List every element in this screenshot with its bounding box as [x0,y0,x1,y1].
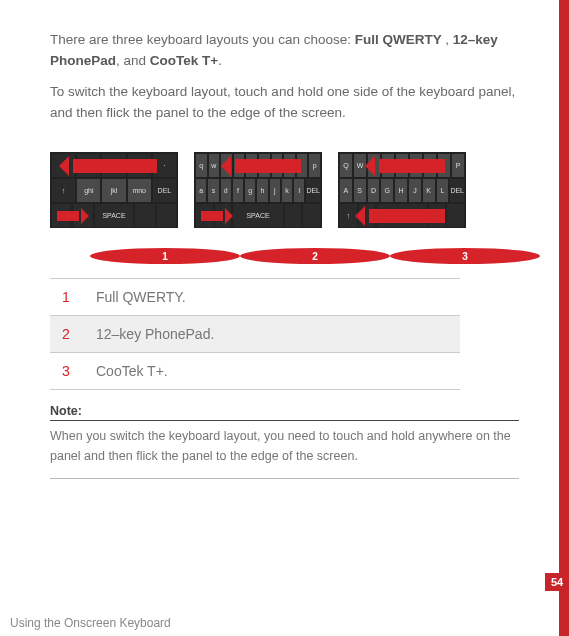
keyboard-cootek: QWP ASDGHJKLDEL ↑ SPACE [338,152,466,228]
bold-cootek: CooTek T+ [150,53,218,68]
key [302,203,321,228]
key: w [208,153,221,178]
text: , [445,32,453,47]
table-row: 1 Full QWERTY. [50,279,460,316]
key: L [436,178,450,203]
bold-full-qwerty: Full QWERTY [355,32,446,47]
swipe-arrow-right-icon [201,211,223,221]
key-del: DEL [305,178,321,203]
key: P [451,153,465,178]
page-number: 54 [545,573,569,591]
key: d [220,178,232,203]
text: There are three keyboard layouts you can… [50,32,355,47]
text: . [218,53,222,68]
key: h [256,178,268,203]
table-row: 3 CooTek T+. [50,353,460,390]
legend-num: 1 [50,279,90,315]
legend-text: Full QWERTY. [90,279,460,315]
key [134,203,155,228]
key [284,203,303,228]
key-del: DEL [152,178,177,203]
key: H [394,178,408,203]
key [156,203,177,228]
key-mno: mno [127,178,152,203]
keyboard-qwerty: qwp asdfghjklDEL ↑ SPACE [194,152,322,228]
key: s [207,178,219,203]
key: a [195,178,207,203]
key-space: SPACE [94,203,135,228]
intro-line-2: To switch the keyboard layout, touch and… [50,82,519,124]
callout-3: 3 [390,248,540,264]
intro-line-1: There are three keyboard layouts you can… [50,30,519,72]
swipe-arrow-left-icon [369,209,445,223]
keyboard-thumbnails: ·· ↑ ghi jkl mno DEL SPACE qwp asdfgh [50,152,519,228]
key: Q [339,153,353,178]
legend-num: 3 [50,353,90,389]
key: q [195,153,208,178]
key: K [422,178,436,203]
key: ↑ [51,178,76,203]
table-row: 2 12–key PhonePad. [50,316,460,353]
swipe-arrow-left-icon [235,159,301,173]
key: p [308,153,321,178]
key: J [408,178,422,203]
key [446,203,465,228]
key: G [380,178,394,203]
side-accent-bar [559,0,569,636]
callout-2: 2 [240,248,390,264]
key-ghi: ghi [76,178,101,203]
legend-text: CooTek T+. [90,353,460,389]
callout-row: 1 2 3 [50,246,519,265]
callout-1: 1 [90,248,240,264]
key-jkl: jkl [101,178,126,203]
key: j [269,178,281,203]
page-footer: Using the Onscreen Keyboard [10,616,171,630]
key: S [353,178,367,203]
swipe-arrow-left-icon [73,159,157,173]
key: k [281,178,293,203]
key-space: SPACE [232,203,284,228]
key: A [339,178,353,203]
key-del: DEL [449,178,465,203]
swipe-arrow-left-icon [379,159,445,173]
text: , and [116,53,150,68]
key: g [244,178,256,203]
swipe-arrow-right-icon [57,211,79,221]
key: D [367,178,381,203]
note-heading: Note: [50,404,519,421]
legend-num: 2 [50,316,90,352]
legend-table: 1 Full QWERTY. 2 12–key PhonePad. 3 CooT… [50,278,460,390]
intro-block: There are three keyboard layouts you can… [50,30,519,124]
note-body: When you switch the keyboard layout, you… [50,427,519,479]
key: f [232,178,244,203]
key: l [293,178,305,203]
keyboard-phonepad: ·· ↑ ghi jkl mno DEL SPACE [50,152,178,228]
legend-text: 12–key PhonePad. [90,316,460,352]
